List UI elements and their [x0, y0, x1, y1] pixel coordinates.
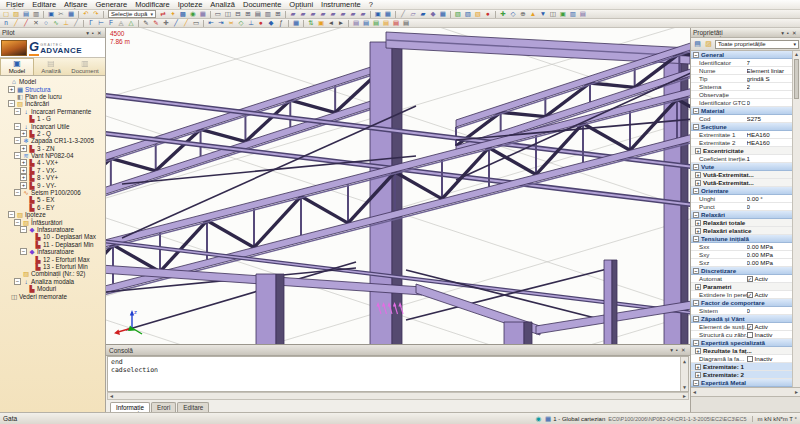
tree-item-5-ex[interactable]: ▙5 - EX: [2, 196, 105, 203]
toolbar-button[interactable]: ▦: [438, 10, 447, 18]
expand-icon[interactable]: +: [695, 348, 701, 354]
toolbar-button[interactable]: ▲: [528, 10, 537, 18]
property-section-tensiune-ini-ial-[interactable]: −Tensiune inițială: [691, 235, 792, 243]
collapse-icon[interactable]: −: [693, 52, 699, 58]
toolbar-button[interactable]: ▧: [463, 10, 472, 18]
expand-icon[interactable]: +: [695, 372, 701, 378]
toolbar-button[interactable]: ▭: [192, 19, 201, 27]
property-row-coeficient-iner-ie-[interactable]: Coeficient inerție...1: [691, 155, 792, 163]
tree-item-9-vy-[interactable]: +▙9 - VY-: [2, 181, 105, 188]
viewport-3d[interactable]: 4500 7.86 m z: [106, 28, 690, 345]
property-section-discretizare[interactable]: −Discretizare: [691, 267, 792, 275]
toolbar-button[interactable]: ↷: [92, 10, 101, 18]
toolbar-button[interactable]: ▰: [318, 10, 327, 18]
toolbar-button[interactable]: ⊥: [247, 19, 256, 27]
property-value[interactable]: 0.00 MPa: [747, 259, 792, 266]
tree-item-13-eforturi-min[interactable]: ▙13 - Eforturi Min: [2, 263, 105, 270]
toolbar-button[interactable]: ◆: [267, 19, 276, 27]
tree-item-vant-np082-04[interactable]: −≋Vant NP082-04: [2, 152, 105, 159]
selection-mode-select[interactable]: Selecție după▾: [108, 10, 156, 18]
collapse-icon[interactable]: −: [693, 124, 699, 130]
toolbar-button[interactable]: ✕: [32, 19, 41, 27]
console-hscrollbar[interactable]: ◄►: [107, 392, 689, 400]
tree-expander-icon[interactable]: +: [20, 159, 27, 166]
toolbar-button[interactable]: ⊟: [233, 10, 242, 18]
toolbar-button[interactable]: ✂: [57, 10, 66, 18]
tree-item-4-vx-[interactable]: +▙4 - VX+: [2, 159, 105, 166]
checkbox-unchecked-icon[interactable]: [747, 332, 753, 338]
expand-icon[interactable]: +: [695, 172, 701, 178]
toolbar-button[interactable]: ✦: [168, 10, 177, 18]
tree-expander-icon[interactable]: −: [14, 137, 21, 144]
expand-icon[interactable]: +: [695, 220, 701, 226]
tree-item-seism-p100-2006[interactable]: −∿Seism P100/2006: [2, 189, 105, 196]
checkbox-checked-icon[interactable]: ✓: [747, 324, 753, 330]
toolbar-button[interactable]: ▤: [392, 19, 401, 27]
property-row-element-de-sus-i-[interactable]: Element de susți...✓Activ: [691, 323, 792, 331]
toolbar-button[interactable]: ▰: [288, 10, 297, 18]
toolbar-button[interactable]: ►: [337, 19, 346, 27]
tree-item-7-vx-[interactable]: +▙7 - VX-: [2, 167, 105, 174]
toolbar-button[interactable]: ⊞: [273, 10, 282, 18]
toolbar-button[interactable]: ╱: [182, 19, 191, 27]
expand-icon[interactable]: +: [695, 148, 701, 154]
toolbar-button[interactable]: ✚: [498, 10, 507, 18]
toolbar-button[interactable]: ▰: [328, 10, 337, 18]
property-row-punct[interactable]: Punct0: [691, 203, 792, 211]
collapse-icon[interactable]: −: [693, 268, 699, 274]
toolbar-button[interactable]: ▦: [198, 10, 207, 18]
toolbar-button[interactable]: F: [107, 19, 116, 27]
collapse-icon[interactable]: −: [693, 380, 699, 386]
toolbar-button[interactable]: ○: [42, 19, 51, 27]
tree-item-6-ey[interactable]: ▙6 - EY: [2, 204, 105, 211]
toolbar-button[interactable]: ▭: [213, 10, 222, 18]
property-value[interactable]: Element liniar: [747, 67, 792, 74]
collapse-icon[interactable]: −: [693, 212, 699, 218]
property-value[interactable]: 0.00 MPa: [747, 243, 792, 250]
collapse-icon[interactable]: −: [693, 164, 699, 170]
toolbar-button[interactable]: ⇄: [158, 10, 167, 18]
toolbar-button[interactable]: ↶: [82, 10, 91, 18]
toolbar-button[interactable]: ◬: [117, 19, 126, 27]
toolbar-button[interactable]: ⊥: [62, 19, 71, 27]
toolbar-button[interactable]: ▤: [372, 19, 381, 27]
tree-item--nc-rc-ri[interactable]: −▨Încărcări: [2, 100, 105, 107]
property-subsection-excentricitate[interactable]: +Excentricitate: [691, 147, 792, 155]
toolbar-button[interactable]: ▰: [308, 10, 317, 18]
tree-item-incarcari-utile[interactable]: −↓Incarcari Utile: [2, 122, 105, 129]
toolbar-button[interactable]: ▰: [338, 10, 347, 18]
tree-item-ipoteze[interactable]: −▨Ipoteze: [2, 211, 105, 218]
property-value[interactable]: ✓Activ: [747, 291, 792, 298]
toolbar-button[interactable]: ▼: [538, 10, 547, 18]
pilot-tab-analiză[interactable]: ▤Analiză: [34, 58, 68, 75]
toolbar-button[interactable]: ╱: [72, 19, 81, 27]
collapse-icon[interactable]: −: [693, 108, 699, 114]
property-value[interactable]: 0.00 MPa: [747, 251, 792, 258]
tree-expander-icon[interactable]: +: [20, 145, 27, 152]
property-row-sistem[interactable]: Sistem0: [691, 307, 792, 315]
tree-expander-icon[interactable]: −: [20, 248, 27, 255]
properties-vscrollbar[interactable]: ▲: [792, 51, 800, 387]
toolbar-button[interactable]: ▥: [32, 10, 41, 18]
property-value[interactable]: 7: [747, 59, 792, 66]
property-row-identificator[interactable]: Identificator7: [691, 59, 792, 67]
property-subsection-vut-extremitat-[interactable]: +Vută-Extremitat...: [691, 179, 792, 187]
toolbar-button[interactable]: ▦: [383, 10, 392, 18]
tree-expander-icon[interactable]: −: [8, 211, 15, 218]
toolbar-button[interactable]: ▤: [352, 19, 361, 27]
property-value[interactable]: 1: [747, 155, 792, 162]
property-section-orientare[interactable]: −Orientare: [691, 187, 792, 195]
toolbar-button[interactable]: Γ: [87, 19, 96, 27]
toolbar-button[interactable]: ▤: [402, 19, 411, 27]
toolbar-button[interactable]: ▰: [348, 10, 357, 18]
property-value[interactable]: Inactiv: [747, 355, 792, 362]
toolbar-button[interactable]: ▰: [418, 10, 427, 18]
tree-item-1-g[interactable]: ▙1 - G: [2, 115, 105, 122]
property-value[interactable]: 0.00 °: [747, 195, 792, 202]
tree-expander-icon[interactable]: +: [20, 182, 27, 189]
property-subsection-parametri[interactable]: +Parametri: [691, 283, 792, 291]
property-row-unghi[interactable]: Unghi0.00 °: [691, 195, 792, 203]
toolbar-button[interactable]: ∿: [52, 19, 61, 27]
toolbar-button[interactable]: ▥: [263, 10, 272, 18]
property-subsection-relax-ri-elastice[interactable]: +Relaxări elastice: [691, 227, 792, 235]
